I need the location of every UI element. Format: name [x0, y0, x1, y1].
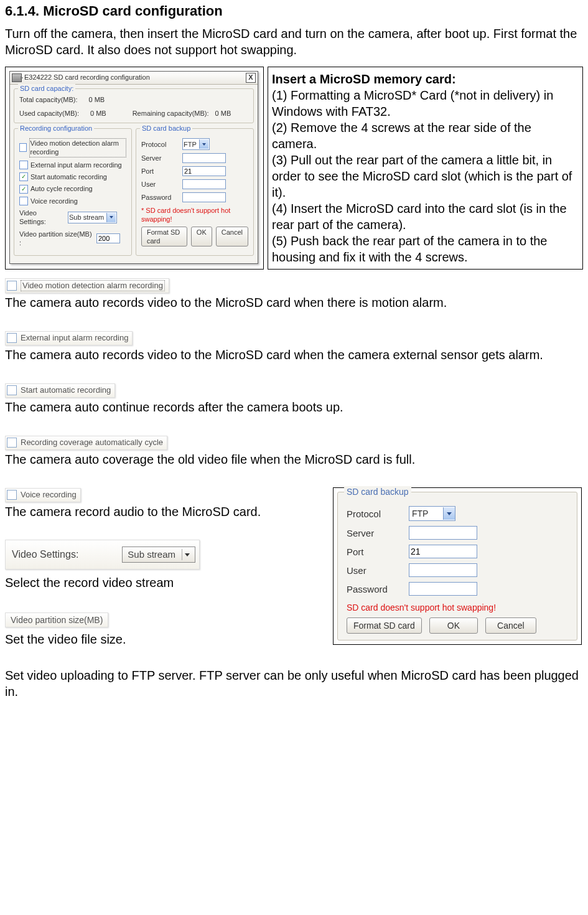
panel-user-label: User — [347, 565, 405, 577]
start-auto-snippet[interactable]: Start automatic recording — [5, 383, 115, 398]
dialog-figure-cell: E324222 SD card recording configuration … — [5, 67, 264, 270]
total-capacity-label: Total capacity(MB): — [19, 96, 78, 103]
password-label: Password — [141, 193, 179, 202]
auto-cycle-checkbox-row[interactable]: ✓Auto cycle recording — [19, 184, 126, 193]
voice-recording-checkbox-row[interactable]: Voice recording — [19, 197, 126, 205]
partition-size-label: Video partition size(MB) : — [19, 230, 93, 248]
recording-config-group: Recording configuration Video motion det… — [14, 128, 132, 256]
protocol-label: Protocol — [141, 140, 179, 149]
port-label: Port — [141, 167, 179, 176]
used-capacity-label: Used capacity(MB): — [19, 110, 79, 117]
ok-button[interactable]: OK — [191, 227, 212, 247]
panel-port-label: Port — [347, 546, 405, 558]
instruction-step: (2) Remove the 4 screws at the rear side… — [272, 121, 531, 151]
panel-protocol-select[interactable]: FTP — [409, 506, 455, 521]
instruction-step: (5) Push back the rear part of the camer… — [272, 234, 547, 264]
voice-recording-label: Voice recording — [30, 197, 78, 205]
recording-config-label: Recording configuration — [18, 124, 94, 133]
external-alarm-checkbox-row[interactable]: External input alarm recording — [19, 161, 126, 169]
panel-user-input[interactable] — [409, 563, 477, 577]
password-input[interactable] — [182, 192, 226, 202]
port-input[interactable] — [182, 166, 226, 176]
dialog-title: E324222 SD card recording configuration — [24, 73, 150, 82]
protocol-value: FTP — [184, 140, 197, 149]
hot-swap-warning: * SD card doesn't support hot swapping! — [141, 206, 248, 224]
panel-protocol-label: Protocol — [347, 508, 405, 520]
partition-size-snippet: Video partition size(MB) — [5, 612, 108, 627]
camera-icon — [12, 73, 22, 82]
capacity-group: SD card capacity: Total capacity(MB):0 M… — [14, 88, 254, 124]
start-auto-label: Start automatic recording — [30, 172, 107, 181]
video-settings-select[interactable]: Sub stream — [68, 212, 117, 223]
checkbox-icon — [7, 438, 17, 448]
video-settings-snippet: Video Settings: Sub stream — [5, 540, 200, 570]
checkbox-icon — [7, 333, 17, 343]
sd-backup-label: SD card backup — [140, 124, 192, 133]
motion-recording-checkbox-row[interactable]: Video motion detection alarm recording — [19, 138, 126, 157]
sd-config-dialog: E324222 SD card recording configuration … — [9, 71, 258, 265]
start-auto-checkbox-row[interactable]: ✓Start automatic recording — [19, 172, 126, 181]
checkbox-icon — [7, 490, 17, 500]
panel-server-label: Server — [347, 527, 405, 540]
panel-server-input[interactable] — [409, 526, 477, 540]
checkbox-icon — [19, 197, 28, 205]
video-settings-snippet-value: Sub stream — [128, 548, 175, 561]
instruction-step: (4) Insert the MicroSD card into the car… — [272, 202, 567, 232]
auto-coverage-snippet[interactable]: Recording coverage automatically cycle — [5, 436, 167, 450]
chevron-down-icon — [182, 549, 192, 560]
cancel-button[interactable]: Cancel — [216, 227, 248, 247]
video-settings-value: Sub stream — [69, 213, 104, 222]
auto-coverage-snippet-label: Recording coverage automatically cycle — [21, 438, 163, 448]
protocol-select[interactable]: FTP — [182, 138, 210, 150]
video-settings-snippet-label: Video Settings: — [12, 548, 78, 561]
start-auto-description: The camera auto continue records after t… — [5, 399, 583, 415]
total-capacity-value: 0 MB — [89, 96, 105, 103]
checkbox-icon — [19, 143, 27, 152]
remaining-capacity-label: Remaining capacity(MB): — [133, 110, 209, 117]
sd-backup-group: SD card backup Protocol FTP Server Port … — [136, 128, 254, 256]
voice-recording-snippet[interactable]: Voice recording — [5, 488, 81, 502]
sd-backup-panel-label: SD card backup — [344, 486, 411, 497]
external-alarm-snippet-label: External input alarm recording — [21, 333, 128, 344]
section-heading: 6.1.4. MicroSD card configuration — [5, 2, 583, 21]
external-alarm-snippet[interactable]: External input alarm recording — [5, 331, 133, 345]
auto-coverage-description: The camera auto coverage the old video f… — [5, 451, 583, 467]
server-label: Server — [141, 154, 179, 162]
voice-recording-snippet-label: Voice recording — [21, 490, 77, 500]
chevron-down-icon — [443, 507, 455, 520]
chevron-down-icon — [106, 213, 116, 222]
checkbox-icon — [7, 281, 17, 291]
intro-paragraph: Turn off the camera, then insert the Mic… — [5, 26, 583, 58]
close-icon[interactable]: X — [246, 73, 256, 83]
user-input[interactable] — [182, 179, 226, 189]
format-sd-button[interactable]: Format SD card — [141, 227, 187, 247]
panel-password-input[interactable] — [409, 582, 477, 596]
panel-warning: SD card doesn't support hot swapping! — [347, 602, 568, 613]
server-input[interactable] — [182, 153, 226, 163]
video-settings-snippet-select[interactable]: Sub stream — [122, 547, 195, 563]
motion-recording-snippet[interactable]: Video motion detection alarm recording — [5, 278, 169, 294]
checkbox-icon: ✓ — [19, 172, 28, 181]
motion-recording-snippet-label: Video motion detection alarm recording — [21, 280, 165, 292]
capacity-group-label: SD card capacity: — [18, 84, 75, 93]
partition-size-input[interactable] — [96, 233, 120, 243]
checkbox-icon: ✓ — [19, 185, 28, 194]
checkbox-icon — [19, 161, 28, 169]
external-alarm-label: External input alarm recording — [30, 161, 122, 169]
auto-cycle-label: Auto cycle recording — [30, 184, 93, 193]
dialog-titlebar: E324222 SD card recording configuration … — [10, 72, 258, 85]
panel-port-input[interactable] — [409, 545, 477, 558]
instruction-step: (3) Pull out the rear part of the camera… — [272, 153, 572, 199]
instruction-step: (1) Formatting a MicroSD* Card (*not in … — [272, 88, 553, 118]
start-auto-snippet-label: Start automatic recording — [21, 385, 111, 396]
motion-recording-label: Video motion detection alarm recording — [29, 138, 126, 157]
instructions-title: Insert a MicroSD memory card: — [272, 72, 456, 86]
instructions-cell: Insert a MicroSD memory card: (1) Format… — [268, 67, 583, 270]
external-alarm-description: The camera auto records video to the Mic… — [5, 347, 583, 363]
panel-ok-button[interactable]: OK — [429, 617, 478, 634]
panel-format-button[interactable]: Format SD card — [347, 617, 422, 634]
user-label: User — [141, 180, 179, 189]
ftp-footer-paragraph: Set video uploading to FTP server. FTP s… — [5, 667, 583, 700]
figure-and-instructions-row: E324222 SD card recording configuration … — [5, 67, 583, 270]
panel-cancel-button[interactable]: Cancel — [485, 617, 536, 634]
